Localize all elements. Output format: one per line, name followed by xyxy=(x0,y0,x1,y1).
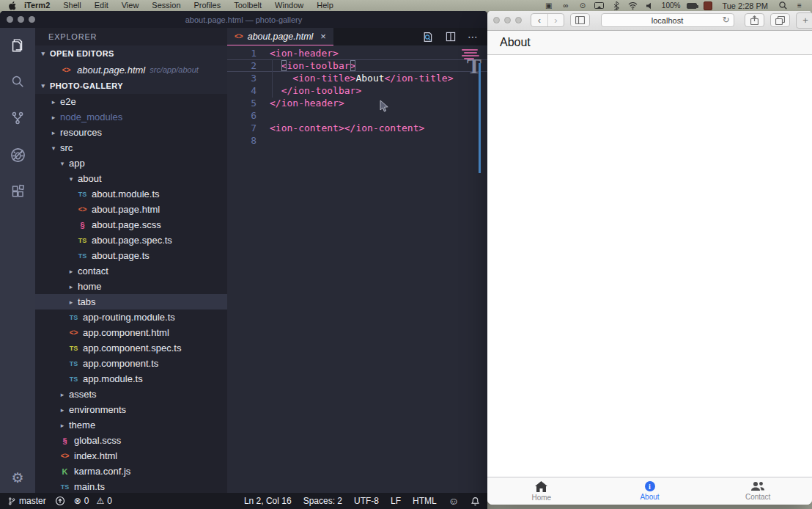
zoom-window-button[interactable] xyxy=(29,16,35,23)
tree-item-e2e[interactable]: ▸e2e xyxy=(35,94,227,109)
show-all-tabs-button[interactable] xyxy=(770,13,790,27)
tree-item-index.html[interactable]: <>index.html xyxy=(35,448,227,464)
new-tab-button[interactable]: + xyxy=(796,12,812,29)
battery-icon[interactable] xyxy=(687,1,697,10)
tree-item-main.ts[interactable]: TSmain.ts xyxy=(35,479,227,493)
feedback-smiley-icon[interactable]: ☺ xyxy=(449,495,459,507)
tree-item-about.page.spec.ts[interactable]: TSabout.page.spec.ts xyxy=(35,232,227,248)
open-editor-item[interactable]: <> about.page.html src/app/about xyxy=(35,62,227,78)
input-source-icon[interactable] xyxy=(704,1,712,10)
tree-item-contact[interactable]: ▸contact xyxy=(35,263,227,279)
share-button[interactable] xyxy=(745,13,764,27)
address-bar[interactable]: localhost ↻ xyxy=(601,13,734,27)
manage-gear-icon[interactable]: ⚙ xyxy=(8,468,27,487)
tree-item-app[interactable]: ▾app xyxy=(35,155,227,171)
tree-item-environments[interactable]: ▸environments xyxy=(35,402,227,417)
tree-item-global.scss[interactable]: §global.scss xyxy=(35,433,227,448)
problems-status[interactable]: ⊗ 0 ⚠ 0 xyxy=(74,496,112,506)
eol-setting[interactable]: LF xyxy=(391,496,401,506)
volume-icon[interactable] xyxy=(645,1,655,10)
minimize-window-button[interactable] xyxy=(504,17,511,23)
search-icon[interactable] xyxy=(8,72,27,91)
back-button[interactable]: ‹ xyxy=(531,14,547,26)
reload-icon[interactable]: ↻ xyxy=(722,15,729,25)
publish-changes-icon[interactable] xyxy=(55,496,65,506)
menu-item-toolbelt[interactable]: Toolbelt xyxy=(227,0,268,11)
tree-item-app.module.ts[interactable]: TSapp.module.ts xyxy=(35,371,227,387)
menu-bar-clock[interactable]: Tue 2:28 PM xyxy=(719,1,771,10)
menu-item-window[interactable]: Window xyxy=(268,0,310,11)
explorer-icon[interactable] xyxy=(8,35,27,54)
notifications-bell-icon[interactable] xyxy=(470,497,480,506)
tree-item-about.module.ts[interactable]: TSabout.module.ts xyxy=(35,186,227,202)
notification-center-icon[interactable]: ≡ xyxy=(794,1,805,10)
close-window-button[interactable] xyxy=(493,17,500,23)
tree-item-about[interactable]: ▾about xyxy=(35,171,227,186)
tree-item-about.page.ts[interactable]: TSabout.page.ts xyxy=(35,248,227,263)
indentation-setting[interactable]: Spaces: 2 xyxy=(303,496,342,506)
code-line-3[interactable]: 3 <ion-title>About</ion-title> xyxy=(227,72,487,84)
menu-item-view[interactable]: View xyxy=(115,0,146,11)
tree-item-tabs[interactable]: ▸tabs xyxy=(35,294,227,310)
tree-item-src[interactable]: ▾src xyxy=(35,140,227,155)
tree-item-about.page.html[interactable]: <>about.page.html xyxy=(35,202,227,217)
language-mode[interactable]: HTML xyxy=(413,496,437,506)
forward-button[interactable]: › xyxy=(547,14,564,26)
apple-menu-icon[interactable] xyxy=(7,1,18,10)
git-branch-status[interactable]: master xyxy=(7,496,46,506)
debug-disabled-icon[interactable] xyxy=(8,145,27,164)
code-line-8[interactable]: 8 xyxy=(227,134,487,147)
bluetooth-icon[interactable] xyxy=(611,1,621,10)
tree-item-theme[interactable]: ▸theme xyxy=(35,417,227,433)
editor-scrollbar[interactable] xyxy=(479,63,481,173)
menu-item-app[interactable]: iTerm2 xyxy=(18,0,56,11)
open-editors-header[interactable]: ▾ OPEN EDITORS xyxy=(35,45,227,62)
code-line-6[interactable]: 6 xyxy=(227,109,487,122)
tree-item-home[interactable]: ▸home xyxy=(35,279,227,294)
code-line-5[interactable]: 5</ion-header> xyxy=(227,97,487,109)
screen-capture-icon[interactable]: ▣ xyxy=(544,1,554,10)
split-editor-icon[interactable] xyxy=(445,31,457,43)
tab-about[interactable]: i About xyxy=(596,477,704,505)
code-line-2[interactable]: 2 <ion-toolbar> xyxy=(227,59,487,72)
sidebar-toggle-button[interactable] xyxy=(570,13,590,27)
source-control-icon[interactable] xyxy=(8,109,27,128)
tree-item-app.component.spec.ts[interactable]: TSapp.component.spec.ts xyxy=(35,340,227,356)
wifi-icon[interactable] xyxy=(628,1,638,10)
tree-item-about.page.scss[interactable]: §about.page.scss xyxy=(35,217,227,232)
encoding-setting[interactable]: UTF-8 xyxy=(354,496,379,506)
tree-item-app.component.ts[interactable]: TSapp.component.ts xyxy=(35,356,227,371)
spotlight-icon[interactable] xyxy=(778,1,788,10)
tab-about-page-html[interactable]: <> about.page.html × xyxy=(227,28,333,45)
tab-contact[interactable]: Contact xyxy=(704,477,812,505)
code-line-4[interactable]: 4 </ion-toolbar> xyxy=(227,84,487,97)
close-tab-icon[interactable]: × xyxy=(320,31,326,42)
tree-item-assets[interactable]: ▸assets xyxy=(35,387,227,402)
glasses-icon[interactable]: ∞ xyxy=(561,1,571,10)
tree-item-app-routing.module.ts[interactable]: TSapp-routing.module.ts xyxy=(35,310,227,325)
code-line-7[interactable]: 7<ion-content></ion-content> xyxy=(227,122,487,134)
extensions-icon[interactable] xyxy=(8,182,27,201)
clock-status-icon[interactable]: ⊙ xyxy=(577,1,588,10)
project-root-header[interactable]: ▾ PHOTO-GALLERY xyxy=(35,78,227,94)
code-editor[interactable]: 1<ion-header>2 <ion-toolbar>3 <ion-title… xyxy=(227,45,487,493)
vscode-title-bar[interactable]: about.page.html — photo-gallery xyxy=(0,11,487,28)
menu-item-shell[interactable]: Shell xyxy=(56,0,87,11)
cursor-position[interactable]: Ln 2, Col 16 xyxy=(244,496,292,506)
more-actions-icon[interactable]: ⋯ xyxy=(468,31,479,43)
menu-item-help[interactable]: Help xyxy=(310,0,340,11)
menu-item-edit[interactable]: Edit xyxy=(88,0,115,11)
display-mirroring-icon[interactable] xyxy=(594,1,605,10)
minimize-window-button[interactable] xyxy=(18,16,24,23)
tree-item-app.component.html[interactable]: <>app.component.html xyxy=(35,325,227,340)
zoom-window-button[interactable] xyxy=(515,17,522,23)
close-window-button[interactable] xyxy=(7,16,13,23)
tree-item-node_modules[interactable]: ▸node_modules xyxy=(35,109,227,125)
tree-item-karma.conf.js[interactable]: Kkarma.conf.js xyxy=(35,464,227,479)
tab-home[interactable]: Home xyxy=(487,477,596,505)
code-line-1[interactable]: 1<ion-header> xyxy=(227,47,487,59)
open-changes-icon[interactable] xyxy=(421,31,434,43)
tree-item-resources[interactable]: ▸resources xyxy=(35,125,227,140)
menu-item-session[interactable]: Session xyxy=(145,0,187,11)
menu-item-profiles[interactable]: Profiles xyxy=(188,0,228,11)
